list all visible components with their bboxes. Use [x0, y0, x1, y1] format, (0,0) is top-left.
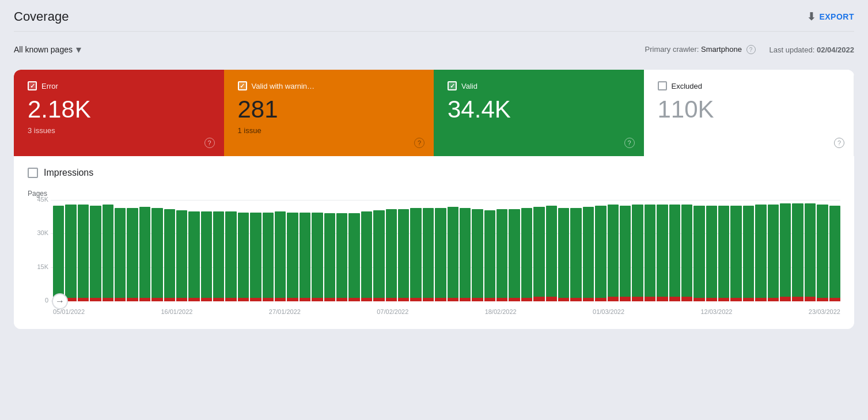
bar-green	[657, 205, 668, 297]
x-label-6: 12/03/2022	[700, 308, 732, 315]
bar-green	[78, 205, 89, 298]
valid-checkbox[interactable]	[448, 81, 457, 90]
bar-green	[472, 209, 483, 298]
bar-green	[423, 208, 434, 298]
bar-group	[336, 200, 347, 301]
bar-group	[484, 200, 495, 301]
crawler-value: Smartphone	[701, 45, 742, 54]
bar-green	[287, 213, 298, 298]
bar-group	[608, 200, 619, 301]
excluded-value: 110K	[658, 97, 840, 122]
bar-group	[423, 200, 434, 301]
chart-nav-arrow[interactable]: →	[52, 293, 68, 309]
bar-red	[620, 297, 631, 301]
error-checkbox[interactable]	[28, 81, 37, 90]
bar-group	[213, 200, 224, 301]
x-label-0: 05/01/2022	[53, 308, 85, 315]
bar-green	[53, 206, 64, 298]
x-label-4: 18/02/2022	[485, 308, 517, 315]
bar-green	[65, 205, 76, 298]
bar-green	[583, 207, 594, 298]
bar-green	[681, 205, 692, 297]
bar-green	[533, 207, 544, 297]
bar-green	[460, 208, 471, 298]
bar-green	[188, 211, 199, 298]
bar-group	[768, 200, 779, 301]
bar-green	[386, 209, 397, 298]
warning-checkbox[interactable]	[238, 81, 247, 90]
bar-red	[805, 297, 816, 301]
bar-group	[706, 200, 717, 301]
crawler-help-icon[interactable]: ?	[746, 45, 756, 54]
excluded-help-icon[interactable]: ?	[834, 138, 844, 148]
bar-group	[817, 200, 828, 301]
error-help-icon[interactable]: ?	[204, 138, 215, 148]
bar-green	[780, 203, 791, 297]
bar-group	[398, 200, 409, 301]
valid-help-icon[interactable]: ?	[624, 138, 635, 148]
error-label: Error	[41, 82, 58, 90]
bar-green	[743, 206, 754, 298]
last-updated-info: Last updated: 02/04/2022	[770, 46, 855, 54]
bar-group	[263, 200, 274, 301]
bar-group	[151, 200, 162, 301]
bar-group	[373, 200, 384, 301]
page-header: Coverage ⬇ EXPORT	[14, 9, 854, 32]
impressions-checkbox[interactable]	[28, 168, 38, 178]
bar-group	[460, 200, 471, 301]
bar-group	[250, 200, 261, 301]
bar-group	[583, 200, 594, 301]
bar-green	[275, 211, 286, 298]
bar-group	[521, 200, 532, 301]
x-label-1: 16/01/2022	[161, 308, 192, 315]
bar-group	[669, 200, 680, 301]
last-updated-label: Last updated:	[770, 46, 815, 54]
bar-group	[546, 200, 557, 301]
bar-group	[645, 200, 655, 301]
chart-area: 45K 30K 15K 0	[28, 200, 840, 315]
bar-group	[448, 200, 458, 301]
bar-group	[792, 200, 803, 301]
bar-green	[448, 207, 458, 298]
bar-green	[509, 209, 520, 298]
bar-group	[386, 200, 397, 301]
export-icon: ⬇	[807, 10, 816, 23]
filter-dropdown[interactable]: All known pages ▾	[14, 41, 81, 58]
bar-group	[595, 200, 606, 301]
bar-red	[681, 297, 692, 301]
bar-group	[65, 200, 76, 301]
warning-issues: 1 issue	[238, 126, 420, 135]
bar-group	[496, 200, 507, 301]
warning-value: 281	[238, 97, 420, 122]
bar-red	[792, 297, 803, 301]
bar-red	[669, 297, 680, 301]
bar-green	[103, 205, 113, 298]
bar-group	[435, 200, 446, 301]
excluded-checkbox[interactable]	[658, 81, 667, 90]
bar-group	[361, 200, 372, 301]
y-label-15k: 15K	[25, 263, 48, 270]
status-card-error: Error 2.18K 3 issues ?	[14, 70, 224, 156]
bar-green	[829, 206, 840, 298]
export-button[interactable]: ⬇ EXPORT	[807, 10, 854, 23]
bar-group	[755, 200, 766, 301]
bar-group	[730, 200, 741, 301]
bar-group	[570, 200, 581, 301]
bar-green	[361, 211, 372, 298]
warning-help-icon[interactable]: ?	[414, 138, 424, 148]
bar-group	[115, 200, 126, 301]
bar-group	[78, 200, 89, 301]
bar-group	[103, 200, 113, 301]
error-label-row: Error	[28, 81, 210, 90]
filter-label: All known pages	[14, 45, 73, 54]
bar-green	[693, 206, 704, 298]
bar-group	[238, 200, 249, 301]
bar-green	[336, 213, 347, 298]
bar-group	[829, 200, 840, 301]
bar-green	[496, 209, 507, 298]
bar-group	[533, 200, 544, 301]
error-value: 2.18K	[28, 97, 210, 122]
toolbar: All known pages ▾ Primary crawler: Smart…	[14, 41, 854, 58]
error-issues: 3 issues	[28, 126, 210, 135]
last-updated-value: 02/04/2022	[817, 46, 854, 54]
